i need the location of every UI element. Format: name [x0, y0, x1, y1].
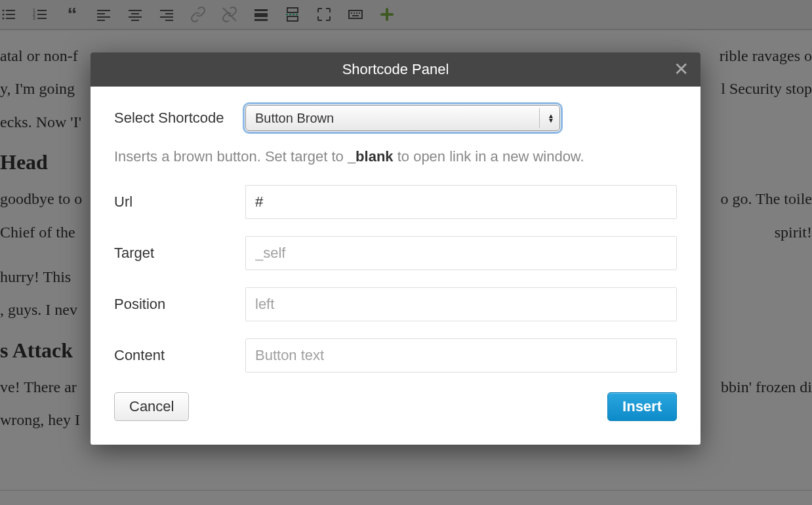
url-input[interactable]	[245, 185, 677, 219]
position-input[interactable]	[245, 287, 677, 321]
chevron-updown-icon: ▲▼	[548, 113, 554, 123]
content-input[interactable]	[245, 338, 677, 373]
cancel-button[interactable]: Cancel	[114, 392, 189, 421]
target-input[interactable]	[245, 236, 677, 270]
shortcode-select-value: Button Brown	[255, 111, 334, 126]
select-shortcode-label: Select Shortcode	[114, 110, 245, 127]
url-label: Url	[114, 193, 245, 211]
insert-button[interactable]: Insert	[607, 392, 677, 421]
position-label: Position	[114, 296, 245, 313]
target-label: Target	[114, 245, 245, 262]
close-icon[interactable]: ✕	[674, 60, 689, 79]
shortcode-modal: Shortcode Panel ✕ Select Shortcode Butto…	[91, 52, 700, 445]
shortcode-description: Inserts a brown button. Set target to _b…	[114, 148, 677, 165]
shortcode-select[interactable]: Button Brown ▲▼	[245, 105, 560, 131]
modal-title: Shortcode Panel	[342, 61, 449, 78]
content-label: Content	[114, 347, 245, 364]
modal-header: Shortcode Panel ✕	[91, 52, 700, 87]
